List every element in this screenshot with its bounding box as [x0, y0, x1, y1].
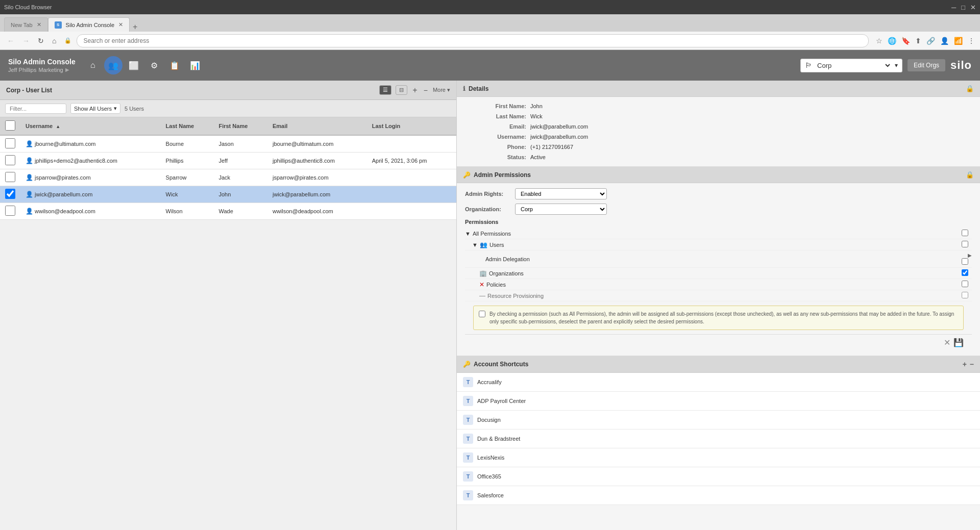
all-perms-checkbox[interactable]: [962, 230, 968, 236]
nav-users-button[interactable]: 👥: [104, 56, 122, 74]
permissions-tree: ▼ All Permissions ▼ 👥 Users: [465, 228, 972, 301]
info-checkbox[interactable]: [479, 311, 485, 317]
grid-view-button[interactable]: ⊟: [396, 85, 407, 95]
nav-display-button[interactable]: ⬜: [125, 56, 143, 74]
list-view-button[interactable]: ☰: [379, 85, 391, 95]
forward-button[interactable]: →: [19, 35, 33, 47]
row-checkbox[interactable]: [5, 189, 15, 199]
save-button[interactable]: 💾: [953, 338, 964, 347]
admin-delegation-checkbox[interactable]: [962, 258, 968, 265]
browser-tabbar: New Tab ✕ S Silo Admin Console ✕ +: [0, 14, 980, 32]
show-users-select[interactable]: Show All Users ▾: [70, 103, 120, 114]
organization-select[interactable]: Corp All: [515, 204, 607, 215]
shortcuts-add-icon[interactable]: +: [963, 360, 967, 368]
add-user-button[interactable]: +: [411, 86, 418, 95]
cell-lastlogin: April 5, 2021, 3:06 pm: [367, 153, 456, 169]
shortcut-item[interactable]: T Dun & Bradstreet: [457, 430, 980, 448]
world-icon[interactable]: 🌐: [887, 36, 897, 46]
col-lastname[interactable]: Last Name: [161, 117, 214, 135]
org-dropdown[interactable]: Corp Marketing Sales IT: [815, 61, 892, 70]
policies-perm-checkbox[interactable]: [962, 281, 968, 287]
browser-toolbar: ← → ↻ ⌂ 🔒 ☆ 🌐 🔖 ⬆ 🔗 👤 📶 ⋮: [0, 32, 980, 50]
remove-user-button[interactable]: −: [423, 86, 429, 94]
user-table: Username ▲ Last Name First Name Email La…: [0, 117, 456, 530]
shortcut-item[interactable]: T Accrualify: [457, 373, 980, 392]
row-check-cell[interactable]: [0, 203, 20, 220]
organizations-perm-checkbox[interactable]: [962, 269, 968, 276]
link-icon[interactable]: 🔗: [925, 36, 936, 46]
nav-reports-button[interactable]: 📋: [165, 56, 184, 74]
maximize-icon[interactable]: □: [961, 4, 965, 11]
cancel-button[interactable]: ✕: [944, 338, 950, 347]
organization-label: Organization:: [465, 206, 511, 212]
admin-perms-lock-icon[interactable]: 🔒: [966, 171, 974, 179]
all-perms-toggle[interactable]: ▼: [465, 231, 471, 237]
cell-lastlogin: [367, 135, 456, 153]
resource-perm-checkbox[interactable]: [962, 292, 968, 298]
profile-icon[interactable]: 👤: [939, 36, 950, 46]
nav-home-button[interactable]: ⌂: [84, 56, 102, 74]
browser-titlebar: Silo Cloud Browser ─ □ ✕: [0, 0, 980, 14]
tab-admin-console[interactable]: S Silo Admin Console ✕: [48, 17, 130, 32]
shortcuts-remove-icon[interactable]: −: [970, 360, 974, 368]
home-button[interactable]: ⌂: [49, 35, 59, 47]
users-toggle[interactable]: ▼: [472, 242, 478, 248]
expand-right-icon[interactable]: ▶: [968, 253, 972, 258]
shortcut-item[interactable]: T Office365: [457, 467, 980, 486]
cell-email: jwick@parabellum.com: [267, 186, 367, 203]
bookmark-icon[interactable]: 🔖: [900, 36, 911, 46]
col-firstname[interactable]: First Name: [213, 117, 267, 135]
admin-rights-select[interactable]: Enabled Disabled: [515, 188, 607, 199]
close-icon[interactable]: ✕: [970, 4, 976, 11]
tab-new-tab[interactable]: New Tab ✕: [4, 17, 48, 32]
table-row[interactable]: 👤 jbourne@ultimatum.com Bourne Jason jbo…: [0, 135, 456, 153]
organizations-perm-icon: 🏢: [479, 270, 487, 277]
shortcut-item[interactable]: T Salesforce: [457, 486, 980, 505]
minimize-icon[interactable]: ─: [951, 4, 956, 11]
col-username[interactable]: Username ▲: [20, 117, 161, 135]
cell-lastname: Wilson: [161, 203, 214, 220]
more-dropdown-button[interactable]: More ▾: [433, 87, 450, 93]
cell-lastlogin: [367, 203, 456, 220]
nav-settings-button[interactable]: ⚙: [145, 56, 163, 74]
new-tab-button[interactable]: +: [130, 22, 140, 32]
shortcut-item[interactable]: T ADP Payroll Center: [457, 392, 980, 411]
org-dropdown-arrow: ▾: [895, 62, 898, 69]
shortcut-item[interactable]: T Docusign: [457, 411, 980, 430]
tab-close-new-tab[interactable]: ✕: [37, 21, 41, 28]
silo-action-icon[interactable]: ⬆: [914, 36, 922, 46]
cell-firstname: Jeff: [213, 153, 267, 169]
row-check-cell[interactable]: [0, 186, 20, 203]
chart-icon[interactable]: 📶: [953, 36, 964, 46]
tab-close-admin-console[interactable]: ✕: [118, 21, 123, 28]
row-check-cell[interactable]: [0, 169, 20, 186]
bookmark-star-icon[interactable]: ☆: [875, 36, 884, 46]
table-row[interactable]: 👤 jphillips+demo2@authentic8.com Phillip…: [0, 153, 456, 169]
row-checkbox[interactable]: [5, 206, 15, 216]
row-check-cell[interactable]: [0, 135, 20, 153]
shortcut-item[interactable]: T LexisNexis: [457, 448, 980, 467]
table-row[interactable]: 👤 jwick@parabellum.com Wick John jwick@p…: [0, 186, 456, 203]
menu-icon[interactable]: ⋮: [967, 36, 976, 46]
col-lastlogin[interactable]: Last Login: [367, 117, 456, 135]
address-bar[interactable]: [77, 34, 869, 47]
organizations-perm-name: Organizations: [489, 270, 962, 276]
col-email[interactable]: Email: [267, 117, 367, 135]
table-row[interactable]: 👤 wwilson@deadpool.com Wilson Wade wwils…: [0, 203, 456, 220]
edit-orgs-button[interactable]: Edit Orgs: [908, 59, 945, 71]
col-check-all[interactable]: [0, 117, 20, 135]
reload-button[interactable]: ↻: [35, 35, 47, 47]
admin-perms-header: 🔑 Admin Permissions 🔒: [457, 167, 980, 183]
org-selector[interactable]: 🏳 Corp Marketing Sales IT ▾: [800, 59, 902, 72]
row-check-cell[interactable]: [0, 153, 20, 169]
nav-analytics-button[interactable]: 📊: [186, 56, 204, 74]
filter-input[interactable]: [5, 104, 66, 114]
row-checkbox[interactable]: [5, 172, 15, 182]
back-button[interactable]: ←: [4, 35, 17, 47]
row-checkbox[interactable]: [5, 155, 15, 165]
details-lock-icon[interactable]: 🔒: [966, 85, 974, 92]
details-section-header: ℹ Details 🔒: [457, 81, 980, 97]
row-checkbox[interactable]: [5, 138, 15, 148]
users-perm-checkbox[interactable]: [962, 241, 968, 247]
table-row[interactable]: 👤 jsparrow@pirates.com Sparrow Jack jspa…: [0, 169, 456, 186]
